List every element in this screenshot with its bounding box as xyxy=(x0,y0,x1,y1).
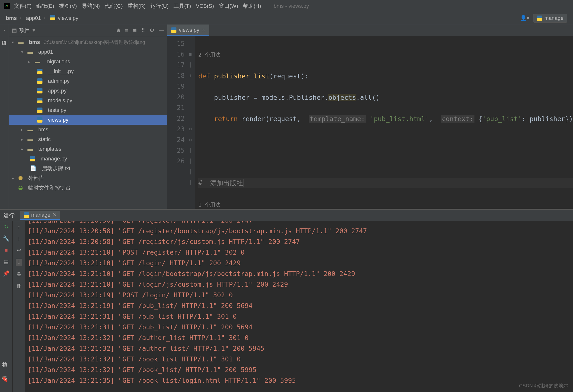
run-tab-manage[interactable]: manage ✕ xyxy=(20,211,60,220)
console-output[interactable]: [11/Jan/2024 13:20:58] "GET /register/ H… xyxy=(25,221,573,392)
structure-tool-tab[interactable]: 结构 xyxy=(2,356,8,359)
svg-rect-14 xyxy=(37,101,42,103)
rerun-icon[interactable]: ↻ xyxy=(4,224,8,230)
menu-run[interactable]: 运行(U) xyxy=(148,1,171,11)
breadcrumb-root[interactable]: bms xyxy=(6,15,17,21)
tree-external-libs[interactable]: ▸⬢ 外部库 xyxy=(9,173,167,183)
run-tool-window: 运行: manage ✕ ↻ 🔧 ■ ▤ 📌 ↑ ↓ ↩ ⤓ 🖶 🗑 [11/J… xyxy=(0,209,573,392)
left-tool-stripe: ▫ 项目 xyxy=(0,24,9,209)
menu-code[interactable]: 代码(C) xyxy=(103,1,125,11)
project-view-icon: ▤ xyxy=(12,27,17,34)
log-line: [11/Jan/2024 13:20:58] "GET /register/ H… xyxy=(28,221,571,226)
run-tab-label: manage xyxy=(31,212,51,218)
line-gutter: 151617181920212223242526 xyxy=(167,36,189,209)
watermark: CSDN @跳舞的皮埃尔 xyxy=(519,383,568,389)
print-icon[interactable]: 🖶 xyxy=(16,271,22,278)
gear-icon[interactable]: ⚙ xyxy=(149,27,154,34)
tree-steps[interactable]: 📄 启动步骤.txt xyxy=(9,164,167,173)
log-line: [11/Jan/2024 13:21:32] "GET /author_list… xyxy=(28,343,571,354)
breadcrumb-file[interactable]: views.py xyxy=(58,15,78,21)
svg-rect-8 xyxy=(37,71,42,74)
editor-tab-views[interactable]: views.py ✕ xyxy=(167,24,209,36)
editor-tabs: views.py ✕ xyxy=(167,24,573,36)
soft-wrap-icon[interactable]: ↩ xyxy=(17,247,21,253)
menu-window[interactable]: 窗口(W) xyxy=(217,1,240,11)
app-logo-icon: PC xyxy=(2,2,11,10)
run-config-selector[interactable]: manage xyxy=(533,14,567,23)
tree-manage[interactable]: manage.py xyxy=(9,154,167,164)
tree-models[interactable]: models.py xyxy=(9,96,167,105)
tree-apps[interactable]: apps.py xyxy=(9,86,167,96)
menu-refactor[interactable]: 重构(R) xyxy=(126,1,148,11)
breadcrumb-folder[interactable]: app01 xyxy=(26,15,41,21)
log-line: [11/Jan/2024 13:21:31] "GET /pub_list HT… xyxy=(28,311,571,322)
tree-app01[interactable]: ▾▬ app01 xyxy=(9,47,167,57)
tree-admin[interactable]: admin.py xyxy=(9,76,167,86)
tree-bms-folder[interactable]: ▸▬ bms xyxy=(9,125,167,134)
svg-text:P: P xyxy=(5,4,7,8)
menu-view[interactable]: 视图(V) xyxy=(57,1,79,11)
pin-icon[interactable]: 📌 xyxy=(3,270,9,277)
log-line: [11/Jan/2024 13:21:31] "GET /pub_list/ H… xyxy=(28,322,571,333)
close-icon[interactable]: ✕ xyxy=(202,27,205,33)
tree-migrations[interactable]: ▸▬ migrations xyxy=(9,57,167,67)
tree-root-path: C:\Users\Mr.Zhijun\Desktop\图书管理系统djang xyxy=(43,39,145,46)
chevron-right-icon: 〉 xyxy=(43,15,48,21)
usage-hint[interactable]: 1 个用法 xyxy=(198,202,221,208)
collapse-all-icon[interactable]: ≢ xyxy=(132,27,137,34)
fold-gutter[interactable]: ⊟│⊥ ⊟⊟││││ xyxy=(189,36,195,209)
svg-rect-22 xyxy=(171,30,177,33)
run-toolbar-secondary: ↑ ↓ ↩ ⤓ 🖶 🗑 xyxy=(13,221,25,392)
svg-rect-10 xyxy=(37,81,42,84)
project-tree[interactable]: ▾▬ bmsC:\Users\Mr.Zhijun\Desktop\图书管理系统d… xyxy=(9,36,167,209)
svg-rect-20 xyxy=(30,159,35,161)
menu-edit[interactable]: 编辑(E) xyxy=(35,1,56,11)
tree-init[interactable]: __init__.py xyxy=(9,67,167,76)
expand-all-icon[interactable]: ≡ xyxy=(125,27,128,34)
code-editor[interactable]: 151617181920212223242526 ⊟│⊥ ⊟⊟││││ 2 个用… xyxy=(167,36,573,209)
tree-root[interactable]: ▾▬ bmsC:\Users\Mr.Zhijun\Desktop\图书管理系统d… xyxy=(9,37,167,47)
down-icon[interactable]: ↓ xyxy=(18,235,20,242)
tree-templates[interactable]: ▸▬ templates xyxy=(9,144,167,154)
tree-views[interactable]: views.py xyxy=(9,115,167,125)
menubar: PC 文件(F) 编辑(E) 视图(V) 导航(N) 代码(C) 重构(R) 运… xyxy=(0,0,573,12)
trash-icon[interactable]: 🗑 xyxy=(16,283,22,289)
project-tool-tab[interactable]: 项目 xyxy=(1,36,8,38)
show-options-icon[interactable]: ⠿ xyxy=(141,27,145,34)
structure-icon: ⠿ xyxy=(3,362,7,368)
log-line: [11/Jan/2024 13:21:32] "GET /book_list/ … xyxy=(28,365,571,375)
menu-vcs[interactable]: VCS(S) xyxy=(194,2,216,10)
svg-rect-18 xyxy=(37,120,42,123)
close-icon[interactable]: ✕ xyxy=(53,212,57,218)
menu-navigate[interactable]: 导航(N) xyxy=(80,1,102,11)
usage-hint[interactable]: 2 个用法 xyxy=(198,52,221,58)
bookmark-icon: 🔖 xyxy=(2,376,8,382)
log-line: [11/Jan/2024 13:21:32] "GET /book_list H… xyxy=(28,354,571,365)
project-view-label[interactable]: 项目 xyxy=(19,27,30,34)
layout-icon[interactable]: ▤ xyxy=(4,259,9,265)
project-tool-icon[interactable]: ▫ xyxy=(3,27,5,33)
code-content[interactable]: 2 个用法 def publisher_list(request): publi… xyxy=(195,36,573,209)
locate-icon[interactable]: ⊕ xyxy=(116,27,121,34)
up-icon[interactable]: ↑ xyxy=(18,224,20,230)
project-tool-window: ▤ 项目 ▾ ⊕ ≡ ≢ ⠿ ⚙ — ▾▬ bmsC:\Users\Mr.Zhi… xyxy=(9,24,167,209)
menu-help[interactable]: 帮助(H) xyxy=(241,1,263,11)
run-config-label: manage xyxy=(544,15,564,21)
left-tool-stripe-bottom: 结构 ⠿ 书签 🔖 xyxy=(0,356,10,382)
user-icon[interactable]: 👤▾ xyxy=(520,15,529,21)
scroll-end-icon[interactable]: ⤓ xyxy=(16,259,22,266)
stop-icon[interactable]: ■ xyxy=(5,247,8,253)
dropdown-icon[interactable]: ▾ xyxy=(33,27,35,34)
minimize-icon[interactable]: — xyxy=(159,27,164,34)
tree-scratches[interactable]: ◒ 临时文件和控制台 xyxy=(9,183,167,193)
tree-static[interactable]: ▸▬ static xyxy=(9,134,167,144)
svg-rect-24 xyxy=(24,215,29,218)
svg-text:C: C xyxy=(7,4,9,8)
menu-file[interactable]: 文件(F) xyxy=(12,1,34,11)
navigation-bar: bms 〉 app01 〉 views.py 👤▾ manage xyxy=(0,12,573,24)
tree-tests[interactable]: tests.py xyxy=(9,105,167,115)
svg-rect-4 xyxy=(50,18,55,20)
wrench-icon[interactable]: 🔧 xyxy=(3,235,9,242)
menu-tools[interactable]: 工具(T) xyxy=(172,1,193,11)
bookmarks-tool-tab[interactable]: 书签 xyxy=(2,371,8,374)
